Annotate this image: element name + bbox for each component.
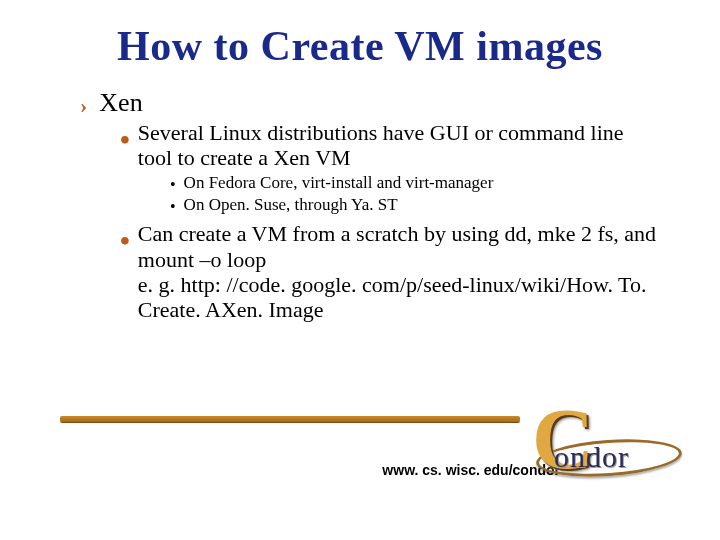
bullet-l2a-text: Several Linux distributions have GUI or … [138, 120, 660, 171]
footer-url: www. cs. wisc. edu/condor [0, 462, 560, 478]
bullet-l3b-text: On Open. Suse, through Ya. ST [184, 195, 398, 215]
divider [60, 416, 520, 422]
bullet-l1-text: Xen [99, 88, 142, 118]
bullet-level3: • On Open. Suse, through Ya. ST [170, 195, 660, 215]
bullet-level3: • On Fedora Core, virt-install and virt-… [170, 173, 660, 193]
bullet-level1: › Xen [80, 88, 660, 118]
chevron-right-icon: › [80, 95, 87, 117]
bullet-l3a-text: On Fedora Core, virt-install and virt-ma… [184, 173, 494, 193]
dot-icon: • [120, 126, 130, 154]
slide-title: How to Create VM images [0, 22, 720, 70]
bullet-l2b-text: Can create a VM from a scratch by using … [138, 221, 660, 322]
slide-body: › Xen • Several Linux distributions have… [80, 88, 660, 323]
dot-icon: • [170, 177, 176, 193]
bullet-level2: • Several Linux distributions have GUI o… [120, 120, 660, 171]
condor-logo: C ondor [526, 402, 696, 502]
logo-word: ondor [554, 440, 629, 474]
dot-icon: • [170, 199, 176, 215]
bullet-level2: • Can create a VM from a scratch by usin… [120, 221, 660, 322]
dot-icon: • [120, 227, 130, 255]
